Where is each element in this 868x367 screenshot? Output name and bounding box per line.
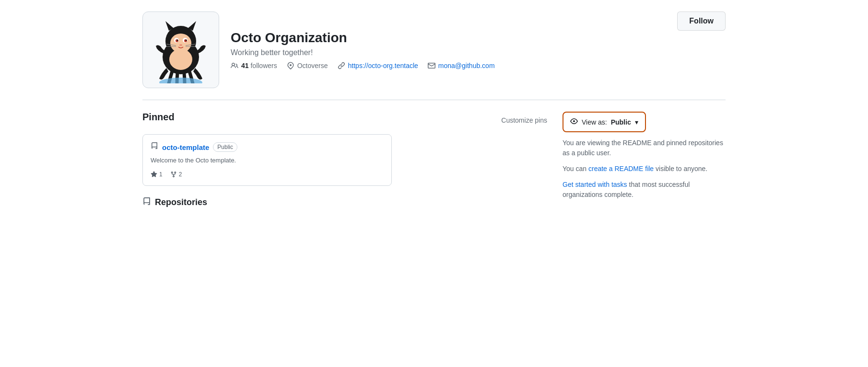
fork-icon <box>170 171 177 178</box>
get-started-description: Get started with tasks that most success… <box>563 180 726 200</box>
eye-icon <box>570 117 578 126</box>
repo-stars[interactable]: 1 <box>151 171 163 178</box>
repos-header: Repositories <box>142 197 547 208</box>
svg-point-13 <box>179 44 182 46</box>
repo-icon <box>151 142 158 152</box>
right-panel: View as: Public ▾ You are viewing the RE… <box>563 112 726 208</box>
left-column: Pinned Customize pins octo-template Publ… <box>142 112 547 208</box>
view-as-value: Public <box>611 118 631 126</box>
profile-meta: 41 followers Octoverse <box>231 62 495 69</box>
follow-button[interactable]: Follow <box>677 11 726 31</box>
stars-count: 1 <box>159 171 163 178</box>
forks-count: 2 <box>179 171 182 178</box>
repo-badge: Public <box>213 142 237 152</box>
svg-point-12 <box>186 40 187 41</box>
repos-section-title: Repositories <box>155 197 207 207</box>
followers-count: 41 followers <box>241 62 277 69</box>
repo-card-header: octo-template Public <box>151 142 384 152</box>
repo-card: octo-template Public Welcome to the Octo… <box>142 134 392 186</box>
email-meta[interactable]: mona@github.com <box>428 62 495 69</box>
website-link[interactable]: https://octo-org.tentacle <box>348 62 418 69</box>
svg-point-19 <box>159 78 202 83</box>
chevron-down-icon: ▾ <box>635 118 638 126</box>
get-started-link[interactable]: Get started with tasks <box>563 181 627 188</box>
website-meta[interactable]: https://octo-org.tentacle <box>338 62 418 69</box>
avatar-image <box>147 16 214 83</box>
avatar <box>142 11 219 88</box>
pinned-header: Pinned Customize pins <box>142 112 547 128</box>
location-icon <box>287 62 294 69</box>
repo-forks[interactable]: 2 <box>170 171 182 178</box>
location-meta: Octoverse <box>287 62 328 69</box>
customize-pins-link[interactable]: Customize pins <box>501 116 547 124</box>
pinned-title: Pinned <box>142 112 175 123</box>
main-content: Pinned Customize pins octo-template Publ… <box>142 112 726 208</box>
view-as-panel[interactable]: View as: Public ▾ <box>563 112 646 132</box>
org-bio: Working better together! <box>231 48 495 57</box>
view-as-description: You are viewing the README and pinned re… <box>563 138 726 158</box>
followers-meta[interactable]: 41 followers <box>231 62 277 69</box>
email-link[interactable]: mona@github.com <box>438 62 495 69</box>
readme-description: You can create a README file visible to … <box>563 164 726 174</box>
svg-point-18 <box>169 49 192 70</box>
svg-point-11 <box>177 40 178 41</box>
profile-info: Octo Organization Working better togethe… <box>231 30 495 69</box>
repo-description: Welcome to the Octo template. <box>151 156 384 165</box>
followers-icon <box>231 62 238 69</box>
profile-left: Octo Organization Working better togethe… <box>142 11 495 88</box>
create-readme-link[interactable]: create a README file <box>588 165 654 172</box>
email-icon <box>428 62 435 69</box>
location-text: Octoverse <box>297 62 328 69</box>
star-icon <box>151 171 157 178</box>
repos-section-icon <box>142 197 151 208</box>
link-icon <box>338 62 345 69</box>
repo-stats: 1 2 <box>151 171 384 178</box>
view-as-label: View as: <box>582 118 607 126</box>
profile-header: Octo Organization Working better togethe… <box>142 11 726 100</box>
repo-name-link[interactable]: octo-template <box>162 143 209 151</box>
org-name: Octo Organization <box>231 30 495 46</box>
